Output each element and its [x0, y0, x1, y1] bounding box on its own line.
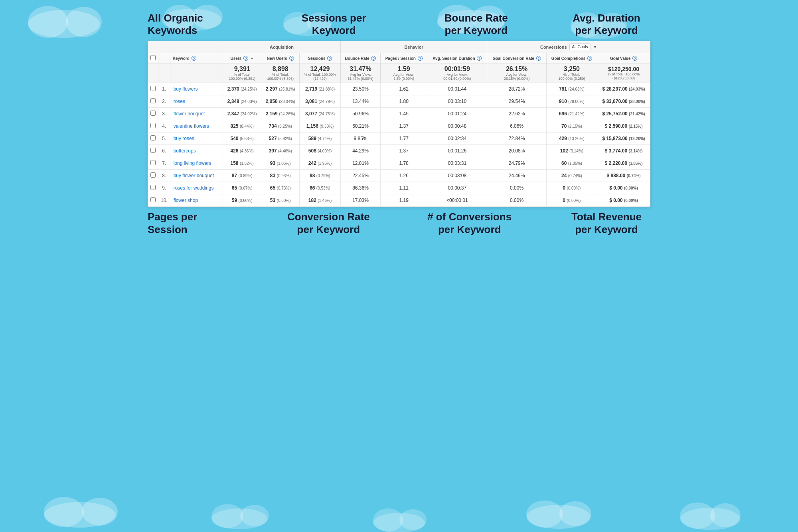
row-checkbox-1[interactable]: [150, 86, 156, 91]
users-1: 2,370 (24.25%): [223, 83, 261, 95]
keyword-link-1[interactable]: buy flowers: [174, 86, 198, 92]
goal-completions-help-icon[interactable]: ?: [587, 56, 592, 61]
goal-conv-rate-help-icon[interactable]: ?: [536, 56, 541, 61]
analytics-table: Acquisition Behavior Conversions All Goa…: [148, 41, 650, 207]
row-num-7: 7.: [158, 157, 170, 170]
users-6: 426 (4.36%): [223, 145, 261, 157]
new-users-10: 53 (0.60%): [261, 194, 300, 207]
row-checkbox-10[interactable]: [150, 197, 156, 202]
pages-session-3: 1.45: [381, 108, 427, 120]
users-3: 2,347 (24.02%): [223, 108, 261, 120]
keyword-link-3[interactable]: flower bouquet: [174, 111, 205, 117]
total-pages-session-sub: Avg for View: 1.59 (0.00%): [383, 73, 425, 81]
avg-duration-10: <00:00:01: [427, 194, 487, 207]
row-checkbox-6[interactable]: [150, 148, 156, 153]
new-users-2: 2,050 (23.04%): [261, 95, 300, 108]
sessions-help-icon[interactable]: ?: [327, 56, 332, 61]
total-bounce-rate-sub: Avg for View: 31.47% (0.00%): [343, 73, 378, 81]
new-users-6: 397 (4.46%): [261, 145, 300, 157]
keyword-link-10[interactable]: flower shop: [174, 198, 198, 203]
users-8: 87 (0.89%): [223, 170, 261, 182]
goal-value-5: $ 15,873.00 (13.20%): [597, 133, 650, 145]
label-total-revenue: Total Revenue per Keyword: [563, 211, 650, 235]
keyword-cell-7: long living flowers: [170, 157, 223, 170]
keyword-cell-1: buy flowers: [170, 83, 223, 95]
goal-conv-rate-2: 29.54%: [487, 95, 546, 108]
label-num-conversions: # of Conversions per Keyword: [422, 211, 518, 235]
new-users-help-icon[interactable]: ?: [289, 56, 294, 61]
users-2: 2,348 (24.03%): [223, 95, 261, 108]
row-num-5: 5.: [158, 133, 170, 145]
pages-session-5: 1.77: [381, 133, 427, 145]
label-bounce-rate: Bounce Rate per Keyword: [432, 12, 520, 37]
col-num: [158, 53, 170, 63]
avg-duration-7: 00:03:31: [427, 157, 487, 170]
sessions-7: 242 (1.95%): [300, 157, 341, 170]
row-checkbox-cell: [148, 182, 158, 194]
total-new-users: 8,898: [264, 65, 297, 73]
avg-duration-2: 00:03:10: [427, 95, 487, 108]
goal-completions-8: 24 (0.74%): [546, 170, 597, 182]
row-checkbox-3[interactable]: [150, 111, 156, 116]
avg-duration-9: 00:00:37: [427, 182, 487, 194]
col-keyword: Keyword ?: [170, 53, 223, 63]
select-all-checkbox[interactable]: [150, 55, 156, 60]
all-goals-dropdown[interactable]: All Goals: [569, 44, 591, 50]
row-checkbox-cell: [148, 83, 158, 95]
row-num-8: 8.: [158, 170, 170, 182]
goal-conv-rate-7: 24.79%: [487, 157, 546, 170]
row-checkbox-cell: [148, 194, 158, 207]
keyword-help-icon[interactable]: ?: [192, 56, 196, 61]
bounce-rate-help-icon[interactable]: ?: [371, 56, 376, 61]
pages-session-help-icon[interactable]: ?: [418, 56, 423, 61]
goal-completions-9: 0 (0.00%): [546, 182, 597, 194]
svg-point-23: [399, 509, 427, 530]
users-9: 65 (0.67%): [223, 182, 261, 194]
avg-duration-1: 00:01:44: [427, 83, 487, 95]
svg-point-2: [66, 7, 102, 37]
keyword-link-6[interactable]: buttercups: [174, 148, 196, 154]
goal-value-help-icon[interactable]: ?: [632, 56, 637, 61]
col-goal-value: Goal Value ?: [597, 53, 650, 63]
svg-point-22: [373, 508, 403, 532]
avg-duration-4: 00:00:48: [427, 120, 487, 133]
goal-value-2: $ 33,670.00 (28.00%): [597, 95, 650, 108]
goal-conv-rate-9: 0.00%: [487, 182, 546, 194]
keyword-link-2[interactable]: roses: [174, 99, 185, 104]
row-checkbox-2[interactable]: [150, 98, 156, 103]
row-num-2: 2.: [158, 95, 170, 108]
row-checkbox-9[interactable]: [150, 185, 156, 190]
svg-point-27: [680, 508, 740, 530]
total-bounce-rate: 31.47%: [343, 65, 378, 73]
row-checkbox-8[interactable]: [150, 172, 156, 178]
row-checkbox-cell: [148, 133, 158, 145]
keyword-cell-8: buy flower bouquet: [170, 170, 223, 182]
svg-point-17: [82, 498, 118, 526]
users-help-icon[interactable]: ?: [243, 56, 248, 61]
row-checkbox-cell: [148, 108, 158, 120]
total-sessions: 12,429: [302, 65, 338, 73]
bounce-rate-1: 23.50%: [340, 83, 380, 95]
bounce-rate-8: 22.45%: [340, 170, 380, 182]
sessions-4: 1,156 (9.30%): [300, 120, 341, 133]
keyword-link-7[interactable]: long living flowers: [174, 160, 211, 166]
bounce-rate-5: 9.85%: [340, 133, 380, 145]
row-checkbox-4[interactable]: [150, 123, 156, 128]
keyword-cell-2: roses: [170, 95, 223, 108]
pages-session-4: 1.37: [381, 120, 427, 133]
new-users-8: 83 (0.93%): [261, 170, 300, 182]
sessions-3: 3,077 (24.76%): [300, 108, 341, 120]
col-users[interactable]: Users ? ▼: [223, 53, 261, 63]
goal-completions-3: 696 (21.42%): [546, 108, 597, 120]
total-goal-value-sub: % of Total: 100.00% ($120,250.00): [600, 72, 648, 80]
row-checkbox-5[interactable]: [150, 135, 156, 140]
keyword-link-8[interactable]: buy flower bouquet: [174, 173, 214, 178]
goal-completions-5: 429 (13.20%): [546, 133, 597, 145]
avg-duration-help-icon[interactable]: ?: [477, 56, 482, 61]
keyword-link-5[interactable]: buy roses: [174, 136, 194, 141]
keyword-link-9[interactable]: roses for weddings: [174, 185, 214, 191]
keyword-link-4[interactable]: valentine flowers: [174, 123, 209, 129]
total-avg-duration-sub: Avg for View: 00:01:59 (0.00%): [430, 73, 484, 81]
goal-completions-10: 0 (0.00%): [546, 194, 597, 207]
row-checkbox-7[interactable]: [150, 160, 156, 165]
